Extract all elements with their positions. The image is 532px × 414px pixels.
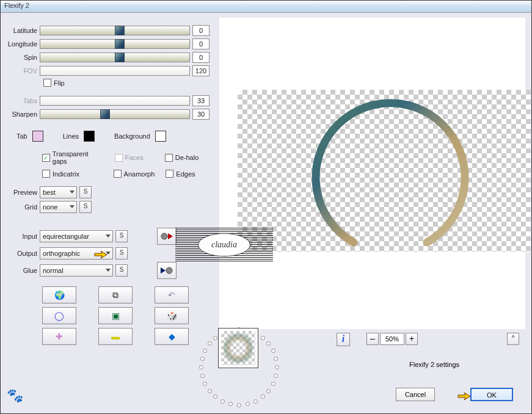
paw-icon[interactable]: 🐾	[7, 388, 23, 404]
glue-save-button[interactable]: S	[115, 264, 128, 277]
edges-checkbox[interactable]	[166, 170, 173, 178]
ring-dot[interactable]	[203, 349, 207, 353]
output-select[interactable]: orthographic	[40, 247, 113, 260]
longitude-slider[interactable]	[40, 39, 190, 49]
ring-dot[interactable]	[275, 365, 279, 369]
ring-dot[interactable]	[203, 382, 207, 386]
transparent-gaps-label: Transparent gaps	[53, 150, 104, 165]
lines-color-label: Lines	[63, 133, 79, 140]
gem-button[interactable]: ◆	[155, 328, 189, 345]
undo-icon: ↶	[168, 290, 175, 300]
globe-button[interactable]: 🌍	[42, 286, 76, 303]
tab-color-swatch[interactable]	[32, 131, 43, 142]
fov-slider	[40, 66, 190, 76]
tabs-value[interactable]: 33	[192, 95, 210, 106]
cross-icon: ✚	[56, 332, 63, 341]
ring-dot[interactable]	[261, 394, 265, 399]
longitude-value[interactable]: 0	[192, 38, 210, 49]
ok-button[interactable]: OK	[470, 388, 513, 401]
bottom-strip: i – 50% + ^ Flexify 2 settings Cancel OK	[196, 324, 527, 410]
ring-dot[interactable]	[271, 349, 275, 353]
sharpen-slider[interactable]	[40, 109, 190, 119]
controls-panel: Latitude 0 Longitude 0 Spin 0 FOV 120	[1, 13, 214, 413]
dice-button[interactable]: 🎲	[155, 307, 189, 324]
main-preview[interactable]	[219, 18, 525, 329]
indicatrix-item: Indicatrix	[42, 170, 103, 178]
titlebar[interactable]: Flexify 2	[1, 1, 531, 13]
spin-row: Spin 0	[5, 52, 210, 63]
ring-dot[interactable]	[200, 374, 205, 378]
anamorph-item: Anamorph	[114, 170, 155, 178]
spin-value[interactable]: 0	[192, 52, 210, 63]
background-color-swatch[interactable]	[155, 131, 166, 142]
ring-dot[interactable]	[228, 402, 233, 406]
lego-icon: ▬	[111, 332, 120, 341]
spin-thumb[interactable]	[115, 53, 125, 62]
transparent-gaps-checkbox[interactable]: ✓	[42, 154, 50, 162]
ring-button[interactable]: ◯	[42, 307, 76, 324]
tabs-slider	[40, 96, 190, 106]
longitude-thumb[interactable]	[115, 39, 125, 49]
flip-checkbox[interactable]	[43, 79, 51, 87]
lego-button[interactable]: ▬	[98, 328, 133, 345]
input-select[interactable]: equirectangular	[40, 230, 113, 242]
zoom-in-button[interactable]: +	[406, 333, 418, 345]
preview-select[interactable]: best	[40, 186, 77, 198]
latitude-thumb[interactable]	[115, 26, 125, 35]
thumbnail-preview[interactable]	[218, 328, 258, 368]
brick-button[interactable]: ▣	[98, 307, 133, 324]
ring-dot[interactable]	[274, 357, 278, 361]
play-record-button[interactable]	[157, 262, 177, 279]
gem-icon: ◆	[169, 332, 175, 341]
ring-dot[interactable]	[213, 336, 217, 340]
preview-save-button[interactable]: S	[79, 186, 92, 198]
latitude-slider[interactable]	[40, 26, 190, 35]
grid-save-button[interactable]: S	[79, 201, 92, 213]
zoom-out-button[interactable]: –	[366, 333, 379, 345]
tabs-row: Tabs 33	[5, 95, 210, 106]
undo-button[interactable]: ↶	[155, 286, 189, 303]
ring-dot[interactable]	[237, 403, 241, 407]
info-button[interactable]: i	[337, 333, 350, 346]
grid-select[interactable]: none	[40, 201, 77, 213]
ring-dot[interactable]	[253, 399, 258, 404]
ring-dot[interactable]	[208, 341, 212, 346]
record-play-button[interactable]	[157, 228, 177, 245]
latitude-row: Latitude 0	[5, 25, 210, 36]
sharpen-value[interactable]: 30	[192, 109, 210, 120]
glue-select[interactable]: normal	[40, 264, 113, 277]
input-save-button[interactable]: S	[115, 230, 128, 242]
collapse-button[interactable]: ^	[507, 333, 519, 345]
sharpen-thumb[interactable]	[100, 109, 110, 119]
ring-dot[interactable]	[274, 374, 278, 378]
indicatrix-checkbox[interactable]	[42, 170, 50, 178]
ring-dot[interactable]	[213, 394, 217, 399]
ring-dot[interactable]	[271, 382, 275, 386]
action-grid: 🌍 ⧉ ↶ ◯ ▣ 🎲 ✚ ▬ ◆	[42, 286, 210, 345]
cross-button[interactable]: ✚	[42, 328, 76, 345]
copy-button[interactable]: ⧉	[98, 286, 133, 303]
preview-canvas	[238, 90, 531, 252]
ring-dot[interactable]	[199, 365, 203, 369]
dehalo-checkbox[interactable]	[165, 154, 173, 162]
ring-dot[interactable]	[266, 389, 271, 393]
svg-point-0	[161, 233, 167, 239]
ring-dot[interactable]	[261, 336, 265, 340]
latitude-label: Latitude	[5, 27, 40, 34]
lines-color-swatch[interactable]	[84, 131, 95, 142]
sharpen-label: Sharpen	[5, 111, 40, 118]
ring-dot[interactable]	[246, 402, 250, 406]
ring-dot[interactable]	[266, 341, 271, 346]
ring-dot[interactable]	[220, 399, 225, 404]
ring-dot[interactable]	[208, 389, 212, 393]
longitude-row: Longitude 0	[5, 38, 210, 49]
latitude-value[interactable]: 0	[192, 25, 210, 36]
ring-dot[interactable]	[200, 357, 205, 361]
anamorph-checkbox[interactable]	[114, 170, 122, 178]
cancel-button[interactable]: Cancel	[396, 388, 435, 401]
output-save-button[interactable]: S	[115, 247, 128, 260]
zoom-value[interactable]: 50%	[380, 333, 404, 345]
spin-slider[interactable]	[40, 53, 190, 62]
fov-value[interactable]: 120	[192, 65, 210, 76]
input-label: Input	[5, 233, 40, 240]
